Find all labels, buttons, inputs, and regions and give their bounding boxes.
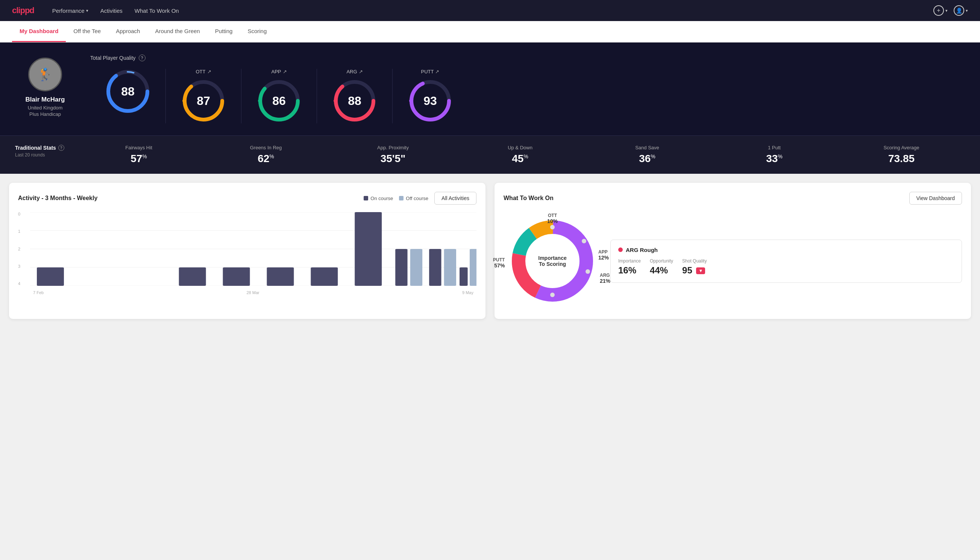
putt-label: PUTT ↗ bbox=[421, 69, 439, 75]
x-label: 7 Feb bbox=[33, 290, 43, 295]
hero-section: 🏌️ Blair McHarg United Kingdom Plus Hand… bbox=[0, 42, 980, 135]
legend-on-course: On course bbox=[364, 195, 393, 201]
svg-rect-32 bbox=[459, 267, 468, 286]
tab-scoring[interactable]: Scoring bbox=[240, 21, 274, 42]
stats-title: Traditional Stats ? bbox=[15, 145, 75, 151]
svg-point-8 bbox=[258, 99, 262, 103]
segment-label-arg: ARG 21% bbox=[600, 273, 611, 284]
stat-label: Up & Down bbox=[461, 145, 579, 150]
stat-1-putt: 1 Putt 33% bbox=[711, 145, 838, 165]
svg-point-39 bbox=[550, 225, 555, 229]
logo[interactable]: clippd bbox=[12, 6, 34, 15]
arg-label: ARG ↗ bbox=[346, 69, 363, 75]
y-label: 0 bbox=[18, 212, 20, 216]
nav-performance[interactable]: Performance ▾ bbox=[52, 8, 88, 14]
tabs-bar: My Dashboard Off the Tee Approach Around… bbox=[0, 21, 980, 42]
score-arg: ARG ↗ 88 bbox=[317, 69, 393, 123]
metric-value: 44% bbox=[650, 265, 673, 276]
svg-point-5 bbox=[182, 99, 186, 103]
stat-up-and-down: Up & Down 45% bbox=[456, 145, 584, 165]
stat-label: Greens In Reg bbox=[207, 145, 325, 150]
off-course-dot bbox=[399, 196, 404, 200]
x-label: 9 May bbox=[462, 290, 473, 295]
stat-value: 62% bbox=[207, 153, 325, 165]
metric-value: 95 ▼ bbox=[682, 265, 707, 276]
view-dashboard-button[interactable]: View Dashboard bbox=[909, 192, 962, 205]
metric-label: Shot Quality bbox=[682, 258, 707, 263]
arg-rough-dot bbox=[618, 247, 623, 252]
stat-label: App. Proximity bbox=[334, 145, 452, 150]
top-nav: clippd Performance ▾ Activities What To … bbox=[0, 0, 980, 21]
arg-rough-title: ARG Rough bbox=[626, 247, 658, 253]
svg-rect-26 bbox=[311, 267, 338, 286]
metric-label: Opportunity bbox=[650, 258, 673, 263]
chevron-down-icon: ▾ bbox=[966, 8, 968, 13]
player-country: United Kingdom bbox=[28, 105, 63, 110]
tab-approach[interactable]: Approach bbox=[108, 21, 147, 42]
bottom-section: Activity - 3 Months - Weekly On course O… bbox=[0, 174, 980, 328]
svg-rect-33 bbox=[470, 249, 476, 286]
activity-chart-title: Activity - 3 Months - Weekly bbox=[18, 195, 97, 202]
player-name: Blair McHarg bbox=[26, 96, 65, 103]
metric-importance: Importance 16% bbox=[618, 258, 641, 276]
plus-circle-icon: + bbox=[933, 5, 944, 16]
tpq-label: Total Player Quality ? bbox=[90, 55, 965, 61]
stat-value: 33% bbox=[715, 153, 834, 165]
segment-label-app: APP 12% bbox=[598, 249, 609, 261]
svg-rect-29 bbox=[410, 249, 422, 286]
trend-icon: ↗ bbox=[435, 69, 439, 75]
stat-value: 57% bbox=[80, 153, 198, 165]
chevron-down-icon: ▾ bbox=[86, 8, 88, 13]
info-icon[interactable]: ? bbox=[58, 145, 64, 151]
stat-value: 36% bbox=[588, 153, 706, 165]
trend-icon: ↗ bbox=[207, 69, 211, 75]
metric-value: 16% bbox=[618, 265, 641, 276]
svg-rect-23 bbox=[179, 267, 206, 286]
what-to-work-on-card: What To Work On View Dashboard bbox=[494, 183, 971, 319]
tab-putting[interactable]: Putting bbox=[208, 21, 240, 42]
tab-my-dashboard[interactable]: My Dashboard bbox=[12, 21, 66, 42]
trend-icon: ↗ bbox=[359, 69, 363, 75]
svg-rect-28 bbox=[395, 249, 407, 286]
svg-point-40 bbox=[582, 239, 586, 243]
info-icon[interactable]: ? bbox=[139, 55, 146, 61]
svg-rect-30 bbox=[429, 249, 441, 286]
legend-off-course: Off course bbox=[399, 195, 428, 201]
y-label: 2 bbox=[18, 247, 20, 251]
segment-label-ott: OTT 10% bbox=[547, 213, 558, 224]
arg-rough-info-card: ARG Rough Importance 16% Opportunity 44%… bbox=[611, 240, 962, 283]
chart-area: 4 3 2 1 0 bbox=[18, 212, 476, 295]
nav-activities[interactable]: Activities bbox=[100, 8, 123, 14]
y-label: 4 bbox=[18, 282, 20, 286]
stat-sand-save: Sand Save 36% bbox=[584, 145, 711, 165]
on-course-dot bbox=[364, 196, 368, 200]
metric-label: Importance bbox=[618, 258, 641, 263]
score-app: APP ↗ 86 bbox=[241, 69, 317, 123]
svg-rect-27 bbox=[354, 212, 382, 286]
stat-label: 1 Putt bbox=[715, 145, 834, 150]
y-label: 1 bbox=[18, 229, 20, 233]
add-button[interactable]: + ▾ bbox=[933, 5, 948, 16]
stat-value: 73.85 bbox=[842, 153, 960, 165]
svg-rect-31 bbox=[444, 249, 456, 286]
tab-off-the-tee[interactable]: Off the Tee bbox=[66, 21, 108, 42]
donut-center-line1: Importance bbox=[538, 255, 566, 261]
score-total: 88 bbox=[90, 69, 166, 123]
svg-point-14 bbox=[409, 99, 413, 103]
nav-what-to-work-on[interactable]: What To Work On bbox=[135, 8, 179, 14]
x-label: 28 Mar bbox=[246, 290, 259, 295]
tab-around-the-green[interactable]: Around the Green bbox=[147, 21, 207, 42]
user-icon: 👤 bbox=[954, 5, 964, 16]
stat-value: 45% bbox=[461, 153, 579, 165]
svg-point-41 bbox=[586, 269, 590, 274]
stat-label: Sand Save bbox=[588, 145, 706, 150]
player-info: 🏌️ Blair McHarg United Kingdom Plus Hand… bbox=[15, 55, 75, 117]
stat-label: Fairways Hit bbox=[80, 145, 198, 150]
donut-center-line2: To Scoring bbox=[538, 261, 566, 267]
svg-point-11 bbox=[334, 99, 337, 103]
all-activities-button[interactable]: All Activities bbox=[434, 192, 476, 205]
user-menu[interactable]: 👤 ▾ bbox=[954, 5, 968, 16]
stat-label: Scoring Average bbox=[842, 145, 960, 150]
stat-greens-in-reg: Greens In Reg 62% bbox=[202, 145, 329, 165]
stat-scoring-average: Scoring Average 73.85 bbox=[838, 145, 965, 165]
